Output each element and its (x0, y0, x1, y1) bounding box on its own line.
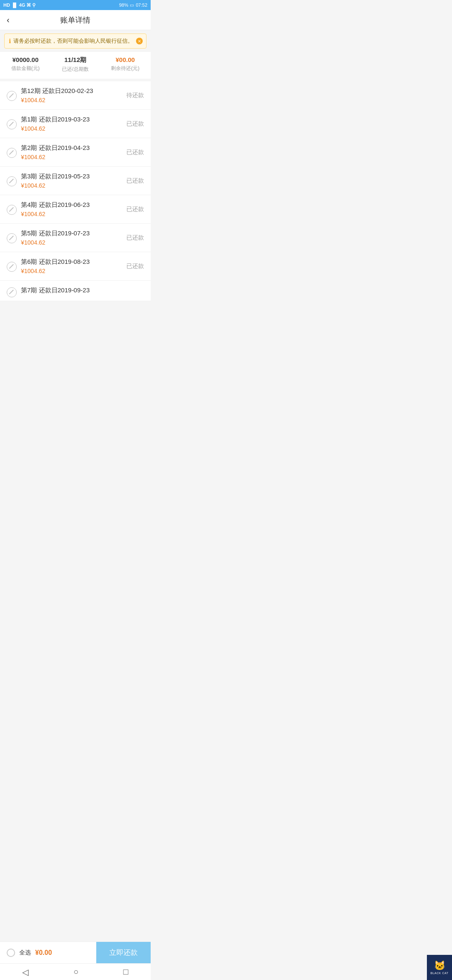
bill-icon-12 (7, 91, 16, 100)
bill-info-1: 第1期 还款日2019-03-23 ¥1004.62 (21, 116, 126, 132)
bill-amount-4: ¥1004.62 (21, 211, 126, 217)
bill-amount-3: ¥1004.62 (21, 182, 126, 189)
location-icon: ⚲ (32, 3, 36, 8)
bill-item-3: 第3期 还款日2019-05-23 ¥1004.62 已还款 (0, 167, 151, 195)
loan-amount-label: 借款金额(元) (11, 65, 40, 72)
bill-period-7: 第7期 还款日2019-09-23 (21, 286, 144, 294)
bill-amount-12: ¥1004.62 (21, 97, 126, 103)
bill-icon-1 (7, 119, 16, 129)
warning-icon: ℹ (9, 38, 11, 44)
wifi-icon: ⌘ (26, 3, 31, 8)
bill-info-3: 第3期 还款日2019-05-23 ¥1004.62 (21, 173, 126, 189)
bill-amount-2: ¥1004.62 (21, 154, 126, 160)
remaining-label: 剩余待还(元) (111, 65, 139, 72)
bill-info-2: 第2期 还款日2019-04-23 ¥1004.62 (21, 144, 126, 160)
bill-amount-6: ¥1004.62 (21, 268, 126, 274)
bill-icon-5 (7, 233, 16, 242)
status-right: 98% ▭ 07:52 (119, 3, 147, 8)
remaining-value: ¥00.00 (111, 56, 139, 63)
bill-period-5: 第5期 还款日2019-07-23 (21, 230, 126, 237)
bill-item-4: 第4期 还款日2019-06-23 ¥1004.62 已还款 (0, 195, 151, 224)
summary-row: ¥0000.00 借款金额(元) 11/12期 已还/总期数 ¥00.00 剩余… (0, 52, 151, 81)
battery-text: 98% (119, 3, 128, 8)
bill-item-5: 第5期 还款日2019-07-23 ¥1004.62 已还款 (0, 224, 151, 252)
back-button[interactable]: ‹ (7, 15, 10, 25)
bill-item-2: 第2期 还款日2019-04-23 ¥1004.62 已还款 (0, 138, 151, 167)
bill-period-12: 第12期 还款日2020-02-23 (21, 87, 126, 95)
warning-close-button[interactable]: ✕ (136, 38, 143, 44)
bill-info-5: 第5期 还款日2019-07-23 ¥1004.62 (21, 230, 126, 246)
bill-status-2: 已还款 (126, 149, 144, 156)
loan-amount-item: ¥0000.00 借款金额(元) (11, 56, 40, 73)
paid-ratio-value: 11/12期 (62, 56, 88, 64)
bill-amount-1: ¥1004.62 (21, 125, 126, 132)
bill-icon-7 (7, 287, 16, 297)
bill-icon-4 (7, 205, 16, 214)
bill-status-12: 待还款 (126, 92, 144, 99)
bill-item-7-partial: 第7期 还款日2019-09-23 (0, 281, 151, 301)
bill-period-3: 第3期 还款日2019-05-23 (21, 173, 126, 181)
bill-status-4: 已还款 (126, 206, 144, 213)
battery-icon: ▭ (130, 3, 134, 8)
bill-icon-2 (7, 148, 16, 157)
hd-icon: HD (3, 3, 10, 8)
warning-banner: ℹ 请务必按时还款，否则可能会影响人民银行征信。 ✕ (4, 34, 146, 49)
time-display: 07:52 (136, 3, 147, 8)
bill-item-12: 第12期 还款日2020-02-23 ¥1004.62 待还款 (0, 81, 151, 110)
bill-status-1: 已还款 (126, 120, 144, 128)
bill-status-3: 已还款 (126, 177, 144, 185)
bill-info-12: 第12期 还款日2020-02-23 ¥1004.62 (21, 87, 126, 103)
page-title: 账单详情 (60, 15, 90, 25)
bill-icon-3 (7, 176, 16, 186)
bill-info-4: 第4期 还款日2019-06-23 ¥1004.62 (21, 201, 126, 217)
paid-ratio-item: 11/12期 已还/总期数 (62, 56, 88, 73)
status-bar: HD ▐▌ 4G ⌘ ⚲ 98% ▭ 07:52 (0, 0, 151, 10)
paid-ratio-label: 已还/总期数 (62, 66, 88, 73)
warning-text: 请务必按时还款，否则可能会影响人民银行征信。 (13, 37, 133, 45)
remaining-item: ¥00.00 剩余待还(元) (111, 56, 139, 73)
bill-period-4: 第4期 还款日2019-06-23 (21, 201, 126, 209)
bill-item-1: 第1期 还款日2019-03-23 ¥1004.62 已还款 (0, 110, 151, 138)
bill-status-5: 已还款 (126, 234, 144, 242)
bill-icon-6 (7, 262, 16, 271)
bill-period-2: 第2期 还款日2019-04-23 (21, 144, 126, 152)
bill-info-7: 第7期 还款日2019-09-23 (21, 286, 144, 294)
bill-period-6: 第6期 还款日2019-08-23 (21, 258, 126, 266)
bill-list: 第12期 还款日2020-02-23 ¥1004.62 待还款 第1期 还款日2… (0, 81, 151, 301)
header: ‹ 账单详情 (0, 10, 151, 30)
signal-icon: ▐▌ 4G (11, 3, 25, 8)
bill-item-6: 第6期 还款日2019-08-23 ¥1004.62 已还款 (0, 252, 151, 281)
bill-info-6: 第6期 还款日2019-08-23 ¥1004.62 (21, 258, 126, 274)
loan-amount-value: ¥0000.00 (11, 56, 40, 63)
status-left: HD ▐▌ 4G ⌘ ⚲ (3, 3, 36, 8)
bill-status-6: 已还款 (126, 263, 144, 270)
bill-amount-5: ¥1004.62 (21, 239, 126, 246)
bill-period-1: 第1期 还款日2019-03-23 (21, 116, 126, 124)
